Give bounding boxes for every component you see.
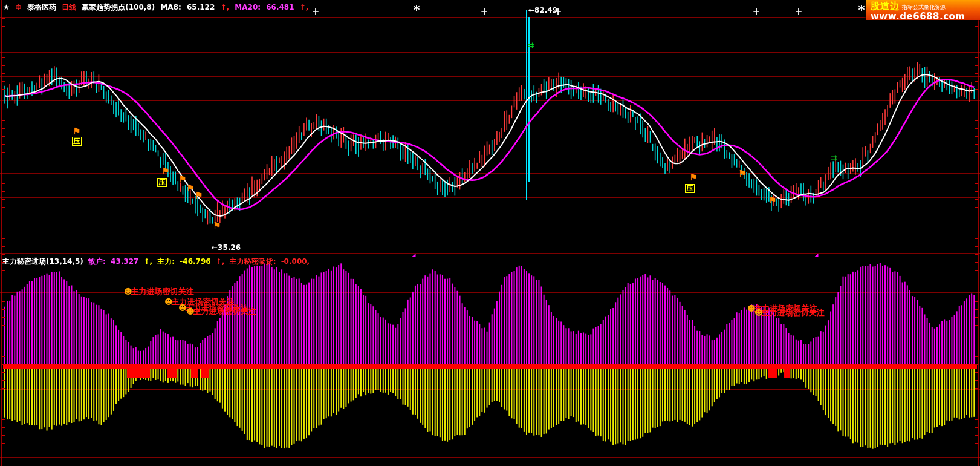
sell-flag-icon: ⚑ bbox=[768, 195, 776, 206]
ma20-arrow: ↑, bbox=[300, 3, 309, 11]
ma8-value: 65.122 bbox=[187, 3, 215, 11]
plus-signal-icon: + bbox=[481, 6, 488, 17]
retail-arrow: ↑, bbox=[144, 257, 153, 266]
sell-flag-icon: ⚑ bbox=[73, 126, 80, 137]
sub-indicator-header: 主力秘密进场(13,14,5) 散户: 43.327 ↑, 主力: -46.79… bbox=[2, 257, 312, 267]
sell-flag-icon: ⚑ bbox=[689, 172, 697, 183]
buy-entry-icon: ⇉ bbox=[528, 41, 533, 50]
period-label[interactable]: 日线 bbox=[62, 3, 76, 11]
plus-signal-icon: + bbox=[795, 6, 803, 17]
main-force-alert-annotation: ☻主力进场密切关注 bbox=[754, 307, 825, 318]
low-price-annotation: ←35.26 bbox=[212, 243, 241, 252]
title-bar: ★ ☸ 泰格医药 日线 赢家趋势拐点(100,8) MA8: 65.122 ↑,… bbox=[3, 2, 311, 13]
sell-flag-icon: ⚑ bbox=[178, 174, 186, 185]
main-force-label: 主力: bbox=[157, 257, 175, 266]
pressure-label: 压 bbox=[157, 178, 167, 187]
ma20-value: 66.481 bbox=[266, 3, 294, 11]
stock-name[interactable]: 泰格医药 bbox=[27, 3, 56, 11]
alert-text: 主力进场密切关注 bbox=[762, 308, 825, 317]
ma8-arrow: ↑, bbox=[220, 3, 229, 11]
favorite-star-icon[interactable]: ★ bbox=[3, 3, 10, 11]
pressure-label: 压 bbox=[685, 184, 695, 193]
sell-flag-icon: ⚑ bbox=[186, 183, 194, 194]
chart-canvas[interactable] bbox=[0, 0, 980, 466]
main-force-value: -46.796 bbox=[180, 257, 210, 266]
ma8-label: MA8: bbox=[160, 3, 181, 11]
main-force-arrow: ↑, bbox=[216, 257, 225, 266]
sub-indicator-name[interactable]: 主力秘密进场(13,14,5) bbox=[2, 257, 83, 266]
main-force-alert-annotation: ☻主力进场密切关注 bbox=[186, 306, 256, 317]
ad-url[interactable]: www.de6688.com bbox=[871, 12, 976, 21]
pin-wheel-icon[interactable]: ☸ bbox=[15, 3, 22, 11]
indicator-name[interactable]: 赢家趋势拐点(100,8) bbox=[82, 3, 155, 11]
chart-window: ★ ☸ 泰格医药 日线 赢家趋势拐点(100,8) MA8: 65.122 ↑,… bbox=[0, 0, 980, 466]
plus-signal-icon: + bbox=[753, 6, 761, 17]
main-force-alert-annotation: ☻主力进场密切关注 bbox=[124, 286, 194, 297]
high-price-annotation: ←82.49 bbox=[528, 6, 557, 15]
retail-label: 散户: bbox=[88, 257, 106, 266]
ma20-label: MA20: bbox=[235, 3, 261, 11]
retail-value: 43.327 bbox=[111, 257, 138, 266]
pane-divider-triangle[interactable] bbox=[412, 254, 416, 257]
star-signal-icon: * bbox=[858, 6, 865, 15]
sell-flag-icon: ⚑ bbox=[213, 220, 221, 231]
pressure-label: 压 bbox=[72, 137, 82, 146]
alert-text: 主力进场密切关注 bbox=[131, 287, 194, 296]
alert-text: 主力进场密切关注 bbox=[193, 307, 256, 316]
sell-flag-icon: ⚑ bbox=[195, 190, 203, 201]
buy-entry-icon: ⇉ bbox=[831, 153, 836, 162]
star-signal-icon: * bbox=[414, 6, 420, 15]
plus-signal-icon: + bbox=[554, 6, 562, 17]
plus-signal-icon: + bbox=[312, 6, 320, 17]
gudaobian-ad-banner[interactable]: 股道边 指标公式量化资源 www.de6688.com bbox=[866, 0, 980, 20]
absorb-label: 主力秘密吸货: bbox=[230, 257, 276, 266]
sell-flag-icon: ⚑ bbox=[738, 168, 746, 179]
absorb-value: -0.000, bbox=[281, 257, 310, 266]
sell-flag-icon: ⚑ bbox=[161, 166, 169, 177]
pane-divider-triangle[interactable] bbox=[814, 254, 819, 257]
